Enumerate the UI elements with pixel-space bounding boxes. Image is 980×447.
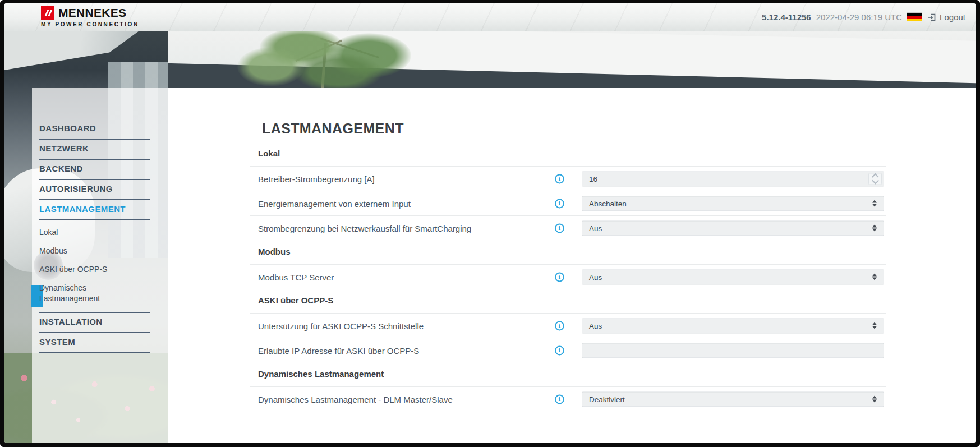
sidebar-item-autorisierung[interactable]: AUTORISIERUNG — [39, 180, 150, 200]
logout-label: Logout — [940, 12, 965, 22]
info-glyph: i — [559, 348, 561, 353]
info-glyph: i — [559, 201, 561, 206]
form-row-betreiber-strombegrenzung: Betreiber-Strombegrenzung [A] i 16 — [250, 166, 886, 191]
section-heading-lokal: Lokal — [258, 148, 886, 159]
info-icon[interactable]: i — [555, 272, 564, 282]
sidebar-item-label: AUTORISIERUNG — [39, 184, 113, 193]
select-aski-unterstuetzung[interactable]: Aus — [582, 318, 884, 333]
select-dlm-master-slave[interactable]: Deaktiviert — [582, 391, 884, 407]
info-icon[interactable]: i — [555, 394, 564, 404]
field-label: Erlaubte IP Adresse für ASKI über OCPP-S — [258, 345, 419, 355]
sidebar-subitem-aski-ocpp-s[interactable]: ASKI über OCPP-S — [39, 264, 132, 275]
select-value: Aus — [589, 273, 602, 281]
form-row-dlm-master-slave: Dynamisches Lastmanagement - DLM Master/… — [250, 386, 886, 411]
sidebar-subitem-modbus[interactable]: Modbus — [39, 246, 132, 256]
screenshot-frame: MENNEKES MY POWER CONNECTION 5.12.4-1125… — [0, 0, 980, 447]
header-right-group: 5.12.4-11256 2022-04-29 06:19 UTC Logout — [762, 3, 965, 31]
select-strombegrenzung-netzwerkausfall[interactable]: Aus — [582, 220, 884, 236]
triangle-up-icon — [872, 396, 877, 399]
field-label: Betreiber-Strombegrenzung [A] — [258, 174, 375, 183]
sidebar-subitem-label: Lokal — [39, 228, 58, 237]
triangle-up-icon — [872, 225, 877, 228]
language-flag-german[interactable] — [907, 13, 922, 22]
input-value: 16 — [589, 174, 597, 183]
select-value: Aus — [589, 224, 602, 232]
sidebar-item-label: INSTALLATION — [39, 317, 103, 326]
triangle-down-icon — [872, 400, 877, 403]
sidebar-item-netzwerk[interactable]: NETZWERK — [39, 140, 150, 160]
sidebar-item-installation[interactable]: INSTALLATION — [39, 313, 150, 333]
info-glyph: i — [559, 323, 561, 329]
sidebar-item-label: DASHBOARD — [39, 123, 96, 133]
text-input-erlaubte-ip[interactable] — [582, 343, 884, 358]
triangle-down-icon — [872, 204, 877, 207]
section-heading-dlm: Dynamisches Lastmanagement — [258, 368, 886, 380]
sidebar-subitem-label: ASKI über OCPP-S — [39, 265, 107, 274]
info-icon[interactable]: i — [555, 223, 564, 233]
select-energiemanagement[interactable]: Abschalten — [582, 196, 884, 211]
select-value: Abschalten — [589, 199, 627, 208]
sidebar-item-lastmanagement[interactable]: LASTMANAGEMENT — [39, 200, 150, 220]
form-row-energiemanagement: Energiemanagement von externem Input i A… — [250, 191, 886, 215]
info-icon[interactable]: i — [555, 174, 564, 183]
sidebar-subitem-label: Modbus — [39, 246, 67, 255]
logout-button[interactable]: Logout — [927, 12, 965, 22]
info-icon[interactable]: i — [555, 321, 564, 330]
info-glyph: i — [559, 176, 561, 182]
sidebar-menu: DASHBOARD NETZWERK BACKEND AUTORISIERUNG… — [32, 88, 168, 353]
triangle-up-icon — [872, 274, 877, 277]
flag-stripe-gold — [907, 19, 922, 21]
sidebar-subitem-lokal[interactable]: Lokal — [39, 227, 132, 238]
logout-icon — [927, 12, 937, 22]
field-label: Modbus TCP Server — [258, 272, 334, 282]
sidebar-subitem-dynamisches-lastmanagement[interactable]: Dynamisches Lastmanagement — [39, 283, 132, 304]
sidebar-item-label: BACKEND — [39, 164, 83, 173]
info-icon[interactable]: i — [555, 345, 564, 355]
tree-foliage — [293, 53, 383, 89]
number-input-betreiber-strombegrenzung[interactable]: 16 — [582, 171, 884, 186]
sidebar-item-backend[interactable]: BACKEND — [39, 160, 150, 180]
select-arrows-icon — [872, 322, 877, 329]
section-heading-aski: ASKI über OCPP-S — [258, 295, 886, 306]
sidebar-item-system[interactable]: SYSTEM — [39, 333, 150, 353]
sidebar-subitem-label: Dynamisches Lastmanagement — [39, 283, 100, 303]
select-value: Aus — [589, 321, 602, 330]
brand-logo: MENNEKES MY POWER CONNECTION — [41, 6, 139, 27]
main-content: LASTMANAGEMENT Lokal Betreiber-Strombegr… — [168, 88, 976, 443]
brand-logo-row: MENNEKES — [41, 6, 139, 20]
mennekes-lightning-icon — [41, 6, 54, 20]
select-value: Deaktiviert — [589, 395, 625, 403]
info-glyph: i — [559, 225, 561, 231]
triangle-up-icon — [872, 322, 877, 325]
select-arrows-icon — [872, 200, 877, 207]
app-window: MENNEKES MY POWER CONNECTION 5.12.4-1125… — [4, 3, 976, 443]
sidebar-item-label: NETZWERK — [39, 144, 89, 153]
firmware-version: 5.12.4-11256 — [762, 12, 811, 22]
select-arrows-icon — [872, 225, 877, 232]
info-icon[interactable]: i — [555, 199, 564, 208]
form-row-aski-unterstuetzung: Untersützung für ASKI OCPP-S Schnittstel… — [250, 313, 886, 338]
triangle-down-icon — [872, 326, 877, 329]
sidebar-item-label: LASTMANAGEMENT — [39, 204, 126, 214]
page-title: LASTMANAGEMENT — [262, 120, 976, 137]
form-row-modbus-tcp-server: Modbus TCP Server i Aus — [250, 264, 886, 289]
select-modbus-tcp-server[interactable]: Aus — [582, 269, 884, 284]
info-glyph: i — [559, 397, 561, 402]
brand-name: MENNEKES — [58, 6, 126, 20]
triangle-up-icon — [872, 200, 877, 203]
settings-form: Lokal Betreiber-Strombegrenzung [A] i 16… — [250, 148, 886, 411]
select-arrows-icon — [872, 396, 877, 403]
triangle-down-icon — [872, 278, 877, 280]
field-label: Energiemanagement von externem Input — [258, 199, 411, 208]
top-header-bar: MENNEKES MY POWER CONNECTION 5.12.4-1125… — [4, 3, 976, 31]
sidebar-item-label: SYSTEM — [39, 337, 75, 347]
info-glyph: i — [559, 274, 561, 280]
sidebar-submenu: Lokal Modbus ASKI über OCPP-S Dynamische… — [39, 227, 168, 304]
field-label: Strombegrenzung bei Netzwerkausfall für … — [258, 223, 471, 233]
number-spinner-icon[interactable] — [868, 173, 882, 185]
sidebar-panel: DASHBOARD NETZWERK BACKEND AUTORISIERUNG… — [32, 88, 168, 443]
field-label: Untersützung für ASKI OCPP-S Schnittstel… — [258, 321, 424, 330]
form-row-erlaubte-ip: Erlaubte IP Adresse für ASKI über OCPP-S… — [250, 338, 886, 362]
field-label: Dynamisches Lastmanagement - DLM Master/… — [258, 394, 453, 404]
sidebar-item-dashboard[interactable]: DASHBOARD — [39, 119, 150, 140]
